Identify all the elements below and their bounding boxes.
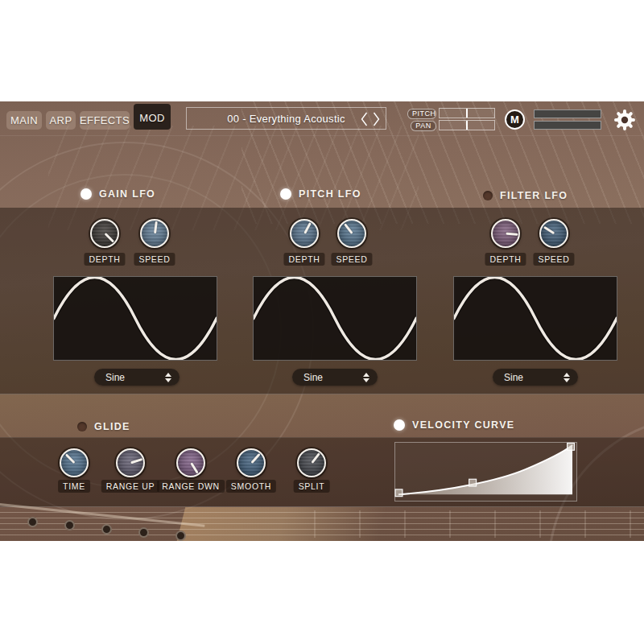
select-spinner-icon [564,373,570,382]
gain-lfo-enable-led[interactable] [80,188,92,200]
sine-wave-graphic [54,277,217,360]
glide-split-label: SPLIT [294,480,330,493]
glide-range-down-knob[interactable] [176,448,205,477]
glide-smooth-label: SMOOTH [226,480,276,493]
filter-lfo-header: FILTER LFO [483,190,568,201]
velocity-curve-editor[interactable] [394,442,577,502]
filter-lfo-waveform-select[interactable]: Sine [493,369,578,386]
tuning-peg-photo [27,517,38,527]
pitch-lfo-title: PITCH LFO [299,188,361,200]
tab-arp[interactable]: ARP [46,111,76,130]
level-meter-left [534,109,601,118]
pitch-depth-label: DEPTH [283,253,324,266]
gain-depth-knob[interactable] [90,219,119,248]
glide-range-up-label: RANGE UP [101,480,159,493]
gain-lfo-title: GAIN LFO [99,188,155,200]
sine-wave-graphic [454,277,617,360]
pan-slider-handle[interactable] [466,121,468,130]
knob-pointer [190,462,198,473]
previous-preset-icon[interactable] [359,111,369,127]
pitch-slider-handle[interactable] [466,109,468,118]
mute-button[interactable]: M [505,109,525,130]
glide-title: GLIDE [94,421,130,432]
pitch-lfo-enable-led[interactable] [280,188,291,200]
settings-button[interactable] [613,109,636,131]
velocity-curve-title: VELOCITY CURVE [412,419,514,431]
glide-split-knob[interactable] [297,448,326,477]
filter-speed-label: SPEED [533,253,574,266]
tuning-peg-photo [64,520,75,530]
gain-lfo-wave-display [53,276,217,361]
pan-label: PAN [411,121,436,131]
pitch-lfo-waveform-select[interactable]: Sine [292,369,378,386]
pitch-speed-label: SPEED [331,253,372,266]
knob-pointer [250,453,260,464]
knob-pointer [303,222,312,234]
tab-mod[interactable]: MOD [134,104,171,130]
preset-name: 00 - Everything Acoustic [227,113,345,125]
pitch-lfo-header: PITCH LFO [280,188,361,200]
pitch-speed-knob[interactable] [337,219,366,248]
guitar-frets-photo [314,510,644,538]
plugin-window: MAIN ARP EFFECTS MOD 00 - Everything Aco… [0,101,644,541]
glide-smooth-knob[interactable] [237,448,266,477]
glide-header: GLIDE [77,421,130,432]
knob-pointer [130,458,142,464]
select-spinner-icon [165,373,171,382]
filter-lfo-title: FILTER LFO [500,190,568,201]
glide-time-label: TIME [58,480,90,493]
curve-handle-low[interactable] [395,489,402,497]
glide-range-up-knob[interactable] [116,448,145,477]
filter-speed-knob[interactable] [539,219,568,248]
next-preset-icon[interactable] [371,111,382,127]
gear-icon [613,109,636,131]
filter-depth-label: DEPTH [485,253,526,266]
knob-pointer [104,233,114,243]
curve-handle-mid[interactable] [469,479,477,486]
waveform-value: Sine [105,372,125,383]
divider [0,135,644,136]
knob-pointer [64,453,75,464]
filter-lfo-enable-led[interactable] [483,191,493,200]
tab-main[interactable]: MAIN [6,111,42,130]
glide-enable-led[interactable] [77,422,87,431]
glide-time-knob[interactable] [60,448,89,477]
velocity-curve-fill [398,445,572,494]
tuning-peg-photo [101,524,112,535]
gain-depth-label: DEPTH [84,253,125,266]
waveform-value: Sine [303,372,323,383]
gain-speed-label: SPEED [134,253,175,266]
preset-selector[interactable]: 00 - Everything Acoustic [186,107,386,130]
filter-lfo-wave-display [453,276,617,361]
pan-slider[interactable] [439,120,495,130]
sine-wave-graphic [254,277,416,360]
tuning-peg-photo [138,527,149,538]
knob-pointer [311,452,320,464]
glide-range-down-label: RANGE DWN [157,480,225,493]
level-meter-right [534,121,601,130]
tab-effects[interactable]: EFFECTS [80,111,130,130]
velocity-curve-header: VELOCITY CURVE [394,419,514,431]
select-spinner-icon [363,373,369,382]
waveform-value: Sine [504,372,523,383]
pitch-depth-knob[interactable] [290,219,319,248]
knob-pointer [154,221,158,233]
pitch-label: PITCH [407,109,436,119]
knob-pointer [344,223,353,234]
filter-depth-knob[interactable] [491,219,520,248]
knob-pointer [506,233,518,236]
pitch-slider[interactable] [439,108,495,118]
gain-speed-knob[interactable] [140,219,169,248]
velocity-curve-enable-led[interactable] [394,419,405,431]
gain-lfo-waveform-select[interactable]: Sine [94,369,180,386]
pitch-lfo-wave-display [253,276,417,361]
knob-pointer [543,226,554,234]
curve-handle-high[interactable] [568,443,575,450]
gain-lfo-header: GAIN LFO [80,188,155,200]
tuning-peg-photo [175,530,186,541]
